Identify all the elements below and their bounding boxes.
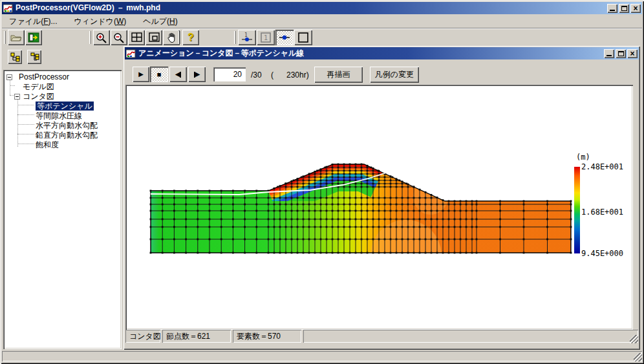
tree-connector [17, 144, 34, 144]
step-forward-icon: ▶ [195, 71, 200, 78]
tree-connector [17, 134, 34, 134]
tree-item-vertical-gradient[interactable]: 鉛直方向動水勾配 [36, 131, 98, 140]
svg-text:2.48E+001: 2.48E+001 [581, 162, 623, 171]
tree-item-root[interactable]: PostProcessor [19, 72, 69, 81]
redraw-button[interactable]: 再描画 [314, 67, 363, 83]
change-legend-button[interactable]: 凡例の変更 [370, 67, 419, 83]
open-folder-icon [10, 33, 22, 42]
tree-collapse-box[interactable] [14, 94, 20, 100]
zoom-out-icon [113, 32, 125, 43]
svg-text:9.45E+000: 9.45E+000 [581, 249, 623, 258]
tree-connector [10, 78, 10, 95]
run-exit-icon [28, 32, 39, 43]
tree-connector [17, 105, 34, 105]
time-label: ( 230hr) [271, 70, 309, 80]
node-number-icon: 1 [241, 32, 253, 43]
pan-hand-icon [167, 32, 177, 43]
close-button[interactable]: × [630, 4, 641, 13]
zoom-window-icon [149, 32, 160, 43]
tree-collapse-box[interactable] [6, 74, 12, 80]
svg-text:1.68E+001: 1.68E+001 [581, 208, 623, 217]
play-button[interactable]: ▶ [133, 67, 149, 82]
minimize-icon [606, 55, 612, 56]
svg-text:1: 1 [264, 34, 268, 41]
window-resize-grip[interactable] [634, 353, 642, 361]
tree-view-button-1[interactable] [8, 50, 22, 64]
model-tree: PostProcessor モデル図 コンタ図 等ポテンシャル 等間隙水圧線 水… [3, 70, 122, 349]
status-bar-panel [2, 351, 642, 361]
status-element-count: 要素数＝570 [233, 330, 301, 343]
node-numbers-button[interactable]: 1 [238, 30, 256, 45]
status-node-count: 節点数＝621 [162, 330, 231, 343]
tree-list-icon [30, 52, 39, 62]
mdi-status-bar: コンタ図 節点数＝621 要素数＝570 [125, 330, 638, 343]
help-button[interactable]: ? [182, 30, 199, 45]
window-title: PostProcessor(VGFlow2D) － mwh.phd [16, 3, 160, 14]
element-box-icon [298, 32, 308, 43]
open-file-button[interactable] [8, 30, 25, 45]
mdi-window: アニメーション－コンタ図－等ポテンシャル線 × ▶ ■ ◀ ▶ /30 ( 23… [123, 46, 640, 350]
close-icon: × [630, 50, 634, 57]
fit-view-button[interactable] [128, 30, 145, 45]
mdi-minimize-button[interactable] [604, 49, 614, 58]
tree-hierarchy-icon [10, 52, 20, 62]
tree-view-button-2[interactable] [27, 50, 41, 64]
stop-button[interactable]: ■ [150, 67, 168, 82]
tree-item-saturation[interactable]: 飽和度 [36, 140, 59, 149]
tree-connector [17, 114, 34, 115]
element-number-icon: 1 [261, 32, 271, 43]
toolbar-zoom-group [87, 29, 180, 46]
step-back-bar [180, 72, 181, 78]
tree-item-pore-pressure[interactable]: 等間隙水圧線 [36, 111, 82, 120]
mdi-maximize-button[interactable] [616, 49, 626, 58]
minimize-button[interactable] [607, 4, 617, 13]
zoom-in-icon [96, 32, 107, 43]
show-elements-button[interactable] [294, 30, 312, 45]
contour-canvas[interactable]: (m)2.48E+0011.68E+0019.45E+000 [125, 85, 633, 330]
mdi-icon [126, 49, 136, 58]
run-export-button[interactable] [25, 30, 42, 45]
mdi-resize-grip[interactable] [630, 335, 638, 343]
maximize-icon [618, 51, 624, 56]
maximize-button[interactable] [619, 4, 629, 13]
close-icon: × [633, 5, 638, 12]
zoom-window-button[interactable] [145, 30, 162, 45]
play-icon: ▶ [138, 71, 144, 78]
toolbar-display-group: 1 1 [231, 29, 313, 46]
tree-item-model[interactable]: モデル図 [23, 82, 54, 91]
status-mode: コンタ図 [125, 330, 160, 343]
node-dot-icon [279, 32, 290, 43]
zoom-in-button[interactable] [93, 30, 110, 45]
svg-text:1: 1 [244, 32, 248, 38]
contour-plot-svg: (m)2.48E+0011.68E+0019.45E+000 [127, 86, 632, 328]
menu-help[interactable]: ヘルプ(H) [139, 15, 182, 28]
toolbar-file-group [1, 29, 43, 46]
status-empty-panel [303, 330, 638, 343]
element-numbers-button[interactable]: 1 [257, 30, 275, 45]
mdi-close-button[interactable]: × [627, 49, 638, 58]
tree-connector [10, 85, 15, 86]
menu-file[interactable]: ファイル(F)... [5, 15, 61, 28]
minimize-icon [610, 10, 615, 11]
frame-total-label: /30 [251, 70, 262, 80]
step-back-button[interactable]: ◀ [169, 67, 187, 82]
menu-window[interactable]: ウィンドウ(W) [70, 15, 130, 28]
fit-grid-icon [131, 32, 142, 43]
tree-item-horizontal-gradient[interactable]: 水平方向動水勾配 [36, 121, 98, 130]
title-bar[interactable]: PostProcessor(VGFlow2D) － mwh.phd × [2, 2, 642, 14]
stop-icon: ■ [157, 70, 162, 78]
frame-number-input[interactable] [213, 67, 246, 81]
toolbar-grip [178, 31, 180, 44]
mdi-title-bar[interactable]: アニメーション－コンタ図－等ポテンシャル線 × [125, 47, 639, 59]
status-bar [2, 351, 642, 361]
tree-connector [10, 95, 14, 96]
maximize-icon [621, 6, 627, 11]
tree-item-contour-group[interactable]: コンタ図 [23, 92, 54, 101]
mdi-window-title: アニメーション－コンタ図－等ポテンシャル線 [138, 48, 304, 59]
step-forward-button[interactable]: ▶ [188, 67, 206, 82]
show-nodes-button[interactable] [275, 30, 294, 45]
zoom-out-button[interactable] [111, 30, 127, 45]
toolbar-grip [89, 31, 91, 44]
svg-text:(m): (m) [576, 153, 590, 162]
menu-bar: ファイル(F)... ウィンドウ(W) ヘルプ(H) [2, 16, 642, 28]
